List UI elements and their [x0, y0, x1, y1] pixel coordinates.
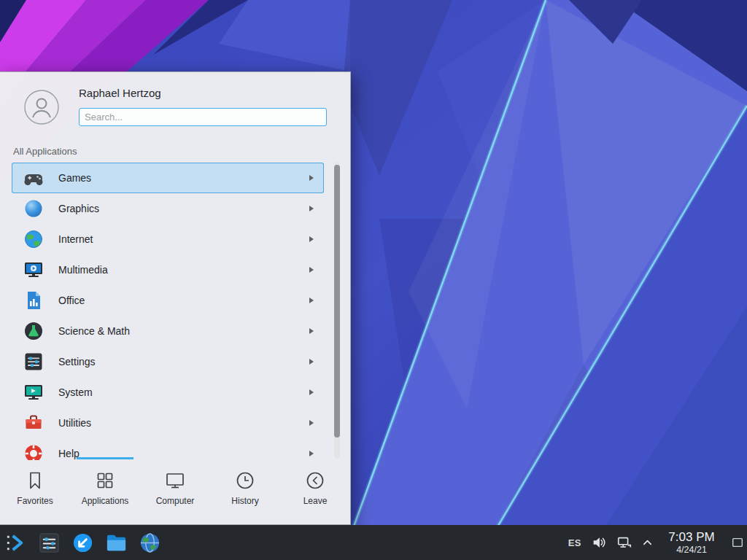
show-desktop-icon [731, 536, 744, 549]
file-manager-launcher[interactable] [105, 532, 128, 554]
system-icon [23, 381, 44, 403]
taskbar-launchers [4, 532, 161, 554]
avatar[interactable] [24, 90, 59, 125]
category-label: Utilities [58, 417, 309, 429]
category-label: Office [58, 295, 309, 306]
category-item-science-math[interactable]: Science & Math [12, 316, 324, 346]
application-launcher-menu: Raphael Hertzog All Applications GamesGr… [0, 71, 351, 525]
all-applications-label: All Applications [13, 146, 77, 157]
web-browser-icon [139, 532, 161, 554]
task-settings-icon [38, 532, 61, 554]
chevron-right-icon [309, 328, 314, 334]
graphics-icon [23, 198, 44, 219]
user-name: Raphael Hertzog [79, 87, 161, 99]
keyboard-layout-indicator[interactable]: ES [568, 537, 581, 548]
category-item-system[interactable]: System [12, 377, 324, 408]
chevron-right-icon [309, 359, 314, 365]
network-icon[interactable] [616, 534, 632, 551]
clock[interactable]: 7:03 PM 4/24/21 [662, 530, 721, 554]
taskbar: ES 7:03 PM [0, 525, 747, 560]
discover-icon [71, 532, 94, 554]
clock-date: 4/24/21 [662, 545, 721, 555]
bookmark-icon [24, 470, 46, 491]
science-icon [23, 320, 44, 342]
volume-icon[interactable] [591, 534, 607, 551]
scrollbar-thumb[interactable] [334, 165, 340, 438]
app-launcher-launcher[interactable] [4, 532, 27, 554]
expand-tray-icon[interactable] [642, 537, 653, 548]
chevron-right-icon [309, 420, 314, 426]
tab-favorites[interactable]: Favorites [0, 459, 70, 524]
category-label: Internet [58, 233, 309, 245]
internet-globe-icon [23, 228, 44, 250]
clock-time: 7:03 PM [662, 530, 721, 544]
web-browser-launcher[interactable] [139, 532, 161, 554]
tab-leave[interactable]: Leave [280, 459, 350, 524]
chevron-right-icon [309, 267, 314, 273]
chevron-right-icon [309, 206, 314, 211]
category-item-help[interactable]: Help [12, 438, 324, 460]
leave-icon [304, 470, 326, 491]
discover-launcher[interactable] [71, 532, 94, 554]
chevron-right-icon [309, 236, 314, 242]
category-item-utilities[interactable]: Utilities [12, 408, 324, 438]
settings-icon [23, 351, 44, 373]
category-label: Games [58, 172, 309, 184]
category-label: Settings [58, 356, 309, 368]
category-label: Graphics [58, 203, 309, 214]
category-label: System [58, 386, 309, 398]
help-icon [23, 443, 44, 460]
chevron-right-icon [309, 298, 314, 303]
scrollbar[interactable] [334, 163, 340, 459]
tab-applications[interactable]: Applications [70, 459, 140, 524]
gamepad-icon [23, 167, 44, 189]
show-desktop-button[interactable] [730, 526, 745, 559]
category-item-internet[interactable]: Internet [12, 224, 324, 254]
category-label: Science & Math [58, 325, 309, 337]
category-item-settings[interactable]: Settings [12, 346, 324, 377]
tab-computer[interactable]: Computer [140, 459, 210, 524]
category-item-games[interactable]: Games [12, 163, 324, 193]
category-item-graphics[interactable]: Graphics [12, 193, 324, 224]
chevron-right-icon [309, 451, 314, 456]
clock-icon [234, 470, 256, 491]
multimedia-icon [23, 259, 44, 281]
category-item-multimedia[interactable]: Multimedia [12, 254, 324, 285]
office-icon [23, 289, 44, 311]
chevron-right-icon [309, 389, 314, 395]
utilities-icon [23, 412, 44, 434]
category-list: GamesGraphicsInternetMultimediaOfficeSci… [0, 163, 330, 460]
category-item-office[interactable]: Office [12, 285, 324, 316]
monitor-icon [164, 470, 186, 491]
file-manager-icon [105, 532, 128, 554]
search-input[interactable] [79, 108, 327, 126]
chevron-right-icon [309, 175, 314, 181]
grid-icon [94, 470, 116, 491]
tab-bar: FavoritesApplicationsComputerHistoryLeav… [0, 459, 350, 524]
system-tray: ES 7:03 PM [568, 526, 745, 559]
desktop[interactable]: Raphael Hertzog All Applications GamesGr… [0, 0, 747, 560]
task-settings-launcher[interactable] [38, 532, 61, 554]
tab-history[interactable]: History [210, 459, 280, 524]
category-label: Multimedia [58, 264, 309, 276]
user-icon [24, 90, 59, 125]
app-launcher-icon [4, 532, 27, 554]
